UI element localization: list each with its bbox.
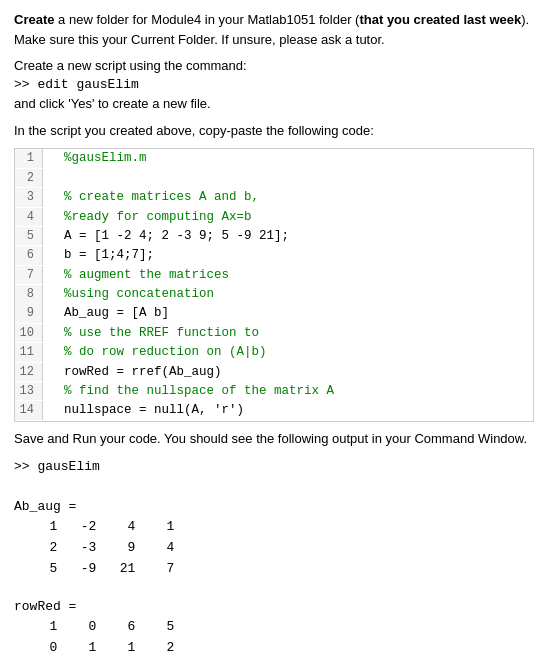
code-line-2: 2 xyxy=(15,169,533,188)
save-run-detail: You should see the following output in y… xyxy=(164,431,527,446)
code-line-8: 8 %using concatenation xyxy=(15,285,533,304)
create-bold: Create xyxy=(14,12,54,27)
script-intro-label: Create a new script using the command: xyxy=(14,57,534,76)
cmd2-label: and click 'Yes' to create a new file. xyxy=(14,95,534,114)
code-line-5: 5 A = [1 -2 4; 2 -3 9; 5 -9 21]; xyxy=(15,227,533,246)
table-row: 1 0 6 5 xyxy=(34,617,534,638)
page-content: Create a new folder for Module4 in your … xyxy=(14,10,534,656)
table-row: 2 -3 9 4 xyxy=(34,538,534,559)
cmd1: >> edit gausElim xyxy=(14,76,534,95)
rowred-matrix: 1 0 6 5 0 1 1 2 0 0 0 0 xyxy=(34,617,534,656)
code-block: 1 %gausElim.m 2 3 % create matrices A an… xyxy=(14,148,534,421)
intro-paragraph: Create a new folder for Module4 in your … xyxy=(14,10,534,49)
code-line-12: 12 rowRed = rref(Ab_aug) xyxy=(15,363,533,382)
intro-text-1: a new folder for Module4 in your Matlab1… xyxy=(58,12,359,27)
code-line-6: 6 b = [1;4;7]; xyxy=(15,246,533,265)
command-section: Create a new script using the command: >… xyxy=(14,57,534,114)
code-line-13: 13 % find the nullspace of the matrix A xyxy=(15,382,533,401)
code-line-7: 7 % augment the matrices xyxy=(15,266,533,285)
output-section: >> gausElim Ab_aug = 1 -2 4 1 2 -3 9 4 5… xyxy=(14,458,534,656)
ab-aug-matrix: 1 -2 4 1 2 -3 9 4 5 -9 21 7 xyxy=(34,517,534,579)
output-cmd: >> gausElim xyxy=(14,458,534,477)
intro-text-2: ). xyxy=(521,12,529,27)
save-run-label: Save and Run your code. xyxy=(14,431,164,446)
copy-label: In the script you created above, copy-pa… xyxy=(14,122,534,141)
rowred-label: rowRed = xyxy=(14,598,534,617)
code-line-10: 10 % use the RREF function to xyxy=(15,324,533,343)
intro-line2: Make sure this your Current Folder. If u… xyxy=(14,32,385,47)
code-line-14: 14 nullspace = null(A, 'r') xyxy=(15,401,533,420)
code-line-4: 4 %ready for computing Ax=b xyxy=(15,208,533,227)
ab-aug-label: Ab_aug = xyxy=(14,498,534,517)
save-run-text: Save and Run your code. You should see t… xyxy=(14,430,534,449)
code-line-11: 11 % do row reduction on (A|b) xyxy=(15,343,533,362)
code-line-1: 1 %gausElim.m xyxy=(15,149,533,168)
table-row: 1 -2 4 1 xyxy=(34,517,534,538)
code-line-9: 9 Ab_aug = [A b] xyxy=(15,304,533,323)
intro-bold-2: that you created last week xyxy=(359,12,521,27)
table-row: 0 1 1 2 xyxy=(34,638,534,656)
code-line-3: 3 % create matrices A and b, xyxy=(15,188,533,207)
table-row: 5 -9 21 7 xyxy=(34,559,534,580)
